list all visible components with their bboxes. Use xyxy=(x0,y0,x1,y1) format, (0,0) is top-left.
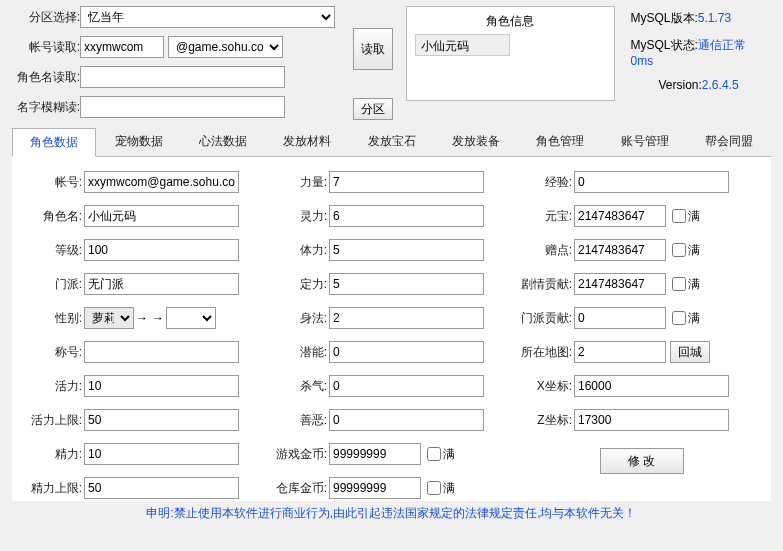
energy-max-label: 精力上限: xyxy=(24,480,82,497)
strength-field[interactable] xyxy=(329,171,484,193)
kill-label: 杀气: xyxy=(269,378,327,395)
account-label: 帐号读取: xyxy=(12,39,80,56)
title-field[interactable] xyxy=(84,341,239,363)
name-label: 角色名: xyxy=(24,208,82,225)
vitality-max-label: 活力上限: xyxy=(24,412,82,429)
mysql-version-label: MySQL版本: xyxy=(631,11,698,25)
fuzzy-input[interactable] xyxy=(80,96,285,118)
agility-label: 身法: xyxy=(269,310,327,327)
arrow-icon: → xyxy=(152,311,164,325)
gender-select[interactable]: 萝莉 xyxy=(84,307,134,329)
vitality-field[interactable] xyxy=(84,375,239,397)
tab-role-manage[interactable]: 角色管理 xyxy=(518,128,602,156)
version-value: 2.6.4.5 xyxy=(702,78,739,92)
x-coord-field[interactable] xyxy=(574,375,729,397)
name-field[interactable] xyxy=(84,205,239,227)
faction-contrib-label: 门派贡献: xyxy=(514,310,572,327)
gender-select-2[interactable] xyxy=(166,307,216,329)
gold-label: 游戏金币: xyxy=(269,446,327,463)
zone-select[interactable]: 忆当年 xyxy=(80,6,335,28)
acct-field[interactable] xyxy=(84,171,239,193)
zone-button[interactable]: 分区 xyxy=(353,98,393,120)
faction-field[interactable] xyxy=(84,273,239,295)
energy-max-field[interactable] xyxy=(84,477,239,499)
acct-label: 帐号: xyxy=(24,174,82,191)
full-label: 满 xyxy=(688,310,700,327)
vitality-max-field[interactable] xyxy=(84,409,239,431)
gold-field[interactable] xyxy=(329,443,421,465)
spirit-field[interactable] xyxy=(329,205,484,227)
yuanbao-field[interactable] xyxy=(574,205,666,227)
fuzzy-label: 名字模糊读: xyxy=(12,99,80,116)
exp-label: 经验: xyxy=(514,174,572,191)
exp-field[interactable] xyxy=(574,171,729,193)
level-field[interactable] xyxy=(84,239,239,261)
story-contrib-field[interactable] xyxy=(574,273,666,295)
tab-account-manage[interactable]: 账号管理 xyxy=(602,128,686,156)
full-label: 满 xyxy=(443,446,455,463)
gold-full-checkbox[interactable] xyxy=(427,447,441,461)
alignment-field[interactable] xyxy=(329,409,484,431)
rolename-label: 角色名读取: xyxy=(12,69,80,86)
story-contrib-label: 剧情贡献: xyxy=(514,276,572,293)
tab-give-material[interactable]: 发放材料 xyxy=(265,128,349,156)
version-label: Version: xyxy=(659,78,702,92)
z-coord-label: Z坐标: xyxy=(514,412,572,429)
tab-bar: 角色数据 宠物数据 心法数据 发放材料 发放宝石 发放装备 角色管理 账号管理 … xyxy=(12,128,771,157)
system-info: MySQL版本:5.1.73 MySQL状态:通信正常 0ms Version:… xyxy=(631,6,772,102)
story-full-checkbox[interactable] xyxy=(672,277,686,291)
tab-pet-data[interactable]: 宠物数据 xyxy=(96,128,180,156)
spirit-label: 灵力: xyxy=(269,208,327,225)
return-city-button[interactable]: 回城 xyxy=(670,341,710,363)
map-field[interactable] xyxy=(574,341,666,363)
agility-field[interactable] xyxy=(329,307,484,329)
full-label: 满 xyxy=(688,276,700,293)
read-button[interactable]: 读取 xyxy=(353,28,393,70)
yuanbao-full-checkbox[interactable] xyxy=(672,209,686,223)
account-input[interactable] xyxy=(80,36,164,58)
mysql-state-label: MySQL状态: xyxy=(631,38,698,52)
potential-label: 潜能: xyxy=(269,344,327,361)
strength-label: 力量: xyxy=(269,174,327,191)
bank-field[interactable] xyxy=(329,477,421,499)
disclaimer-text: 申明:禁止使用本软件进行商业行为,由此引起违法国家规定的法律规定责任,均与本软件… xyxy=(12,501,771,522)
tab-give-gem[interactable]: 发放宝石 xyxy=(349,128,433,156)
modify-button[interactable]: 修 改 xyxy=(600,448,684,474)
tab-skill-data[interactable]: 心法数据 xyxy=(181,128,265,156)
role-info-title: 角色信息 xyxy=(415,13,606,30)
tab-give-equip[interactable]: 发放装备 xyxy=(434,128,518,156)
zone-label: 分区选择: xyxy=(12,9,80,26)
mysql-version: 5.1.73 xyxy=(698,11,731,25)
kill-field[interactable] xyxy=(329,375,484,397)
constitution-field[interactable] xyxy=(329,239,484,261)
full-label: 满 xyxy=(443,480,455,497)
faction-label: 门派: xyxy=(24,276,82,293)
full-label: 满 xyxy=(688,208,700,225)
faction-full-checkbox[interactable] xyxy=(672,311,686,325)
constitution-label: 体力: xyxy=(269,242,327,259)
rolename-input[interactable] xyxy=(80,66,285,88)
z-coord-field[interactable] xyxy=(574,409,729,431)
gift-field[interactable] xyxy=(574,239,666,261)
will-field[interactable] xyxy=(329,273,484,295)
potential-field[interactable] xyxy=(329,341,484,363)
bank-label: 仓库金币: xyxy=(269,480,327,497)
energy-field[interactable] xyxy=(84,443,239,465)
tab-role-data[interactable]: 角色数据 xyxy=(12,128,96,157)
bank-full-checkbox[interactable] xyxy=(427,481,441,495)
vitality-label: 活力: xyxy=(24,378,82,395)
gender-label: 性别: xyxy=(24,310,82,327)
role-info-panel: 角色信息 小仙元码 xyxy=(406,6,615,101)
title-label: 称号: xyxy=(24,344,82,361)
role-info-name: 小仙元码 xyxy=(415,34,510,56)
tab-guild[interactable]: 帮会同盟 xyxy=(687,128,771,156)
domain-select[interactable]: @game.sohu.com xyxy=(168,36,283,58)
gift-full-checkbox[interactable] xyxy=(672,243,686,257)
level-label: 等级: xyxy=(24,242,82,259)
faction-contrib-field[interactable] xyxy=(574,307,666,329)
yuanbao-label: 元宝: xyxy=(514,208,572,225)
arrow-icon: → xyxy=(136,311,148,325)
full-label: 满 xyxy=(688,242,700,259)
alignment-label: 善恶: xyxy=(269,412,327,429)
map-label: 所在地图: xyxy=(514,344,572,361)
